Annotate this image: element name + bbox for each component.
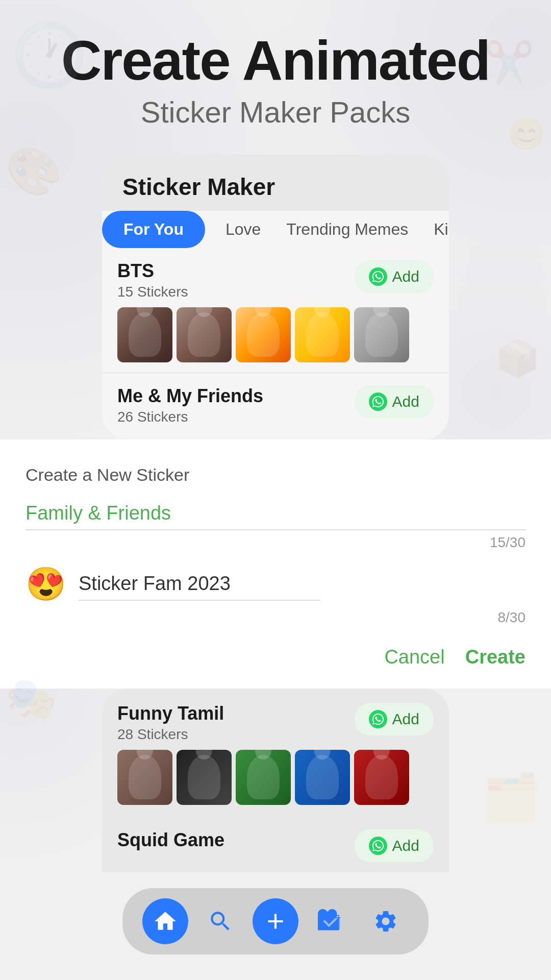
create-new-label: Create a New Sticker [26,465,525,485]
tab-love[interactable]: Love [215,211,271,248]
input-row-family: 15/30 [26,497,525,551]
nav-search-button[interactable] [197,898,243,944]
sticker-fam-input[interactable] [79,568,320,601]
whatsapp-icon-friends [369,393,387,411]
add-button-bts[interactable]: Add [355,260,434,293]
whatsapp-icon-squid [369,837,387,855]
whatsapp-icon-bts [369,267,387,286]
sticker-pack-squid-game: Squid Game Add [102,815,449,872]
sticker-pack-bts: BTS 15 Stickers Add [102,248,449,373]
thumb-bts-5[interactable] [354,307,409,362]
add-button-friends[interactable]: Add [355,385,434,418]
settings-icon [373,909,398,934]
nav-settings-button[interactable] [363,898,409,944]
add-label-squid: Add [392,837,419,854]
sticker-pack-funny-tamil: Funny Tamil 28 Stickers Add [102,689,449,815]
hero-subtitle: Sticker Maker Packs [61,95,490,129]
hero-section: Create Animated Sticker Maker Packs [41,31,510,155]
home-icon [153,909,178,934]
family-friends-counter: 15/30 [26,534,525,551]
thumb-bts-3[interactable] [236,307,291,362]
sticker-pack-me-friends: Me & My Friends 26 Stickers Add [102,373,449,439]
tab-for-you[interactable]: For You [102,211,205,248]
tab-bar: For You Love Trending Memes Kids [102,211,449,248]
pack-name-squid: Squid Game [117,829,224,851]
pack-name-friends: Me & My Friends [117,385,263,407]
nav-packs-button[interactable] [308,898,354,944]
tab-kids[interactable]: Kids [423,211,449,248]
hero-title: Create Animated [61,31,490,90]
thumb-tamil-2[interactable] [177,750,232,805]
thumb-tamil-5[interactable] [354,750,409,805]
nav-add-button[interactable] [253,898,298,944]
pack-emoji-fam: 😍 [26,565,66,603]
packs-icon [318,909,343,934]
pack-count-friends: 26 Stickers [117,409,263,425]
thumb-tamil-1[interactable] [117,750,172,805]
bottom-navigation [122,888,429,954]
thumb-bts-2[interactable] [177,307,232,362]
create-button[interactable]: Create [465,646,525,668]
cancel-button[interactable]: Cancel [384,646,444,668]
whatsapp-icon-funny-tamil [369,710,387,728]
thumb-bts-1[interactable] [117,307,172,362]
pack-count-bts: 15 Stickers [117,284,188,300]
pack-name-bts: BTS [117,260,188,282]
add-button-funny-tamil[interactable]: Add [355,703,434,736]
sticker-fam-counter: 8/30 [26,609,525,626]
thumb-bts-4[interactable] [295,307,350,362]
phone-frame: Sticker Maker For You Love Trending Meme… [102,155,449,439]
action-buttons: Cancel Create [26,646,525,673]
pack-name-funny-tamil: Funny Tamil [117,703,224,724]
create-new-section: Create a New Sticker 15/30 😍 8/30 Cancel… [0,439,551,689]
search-icon [208,909,233,934]
app-header: Sticker Maker [102,155,449,211]
thumb-tamil-3[interactable] [236,750,291,805]
app-title: Sticker Maker [122,173,429,201]
pack-list-item-fam: 😍 [26,555,525,607]
tab-trending-memes[interactable]: Trending Memes [276,211,418,248]
pack-count-funny-tamil: 28 Stickers [117,726,224,743]
nav-home-button[interactable] [142,898,188,944]
thumb-tamil-4[interactable] [295,750,350,805]
add-label-friends: Add [392,393,419,410]
add-label-funny-tamil: Add [392,710,419,728]
family-friends-input[interactable] [26,497,525,530]
funny-tamil-frame: Funny Tamil 28 Stickers Add [102,689,449,872]
funny-tamil-thumbnails [117,750,434,805]
plus-icon [263,909,288,934]
add-label-bts: Add [392,268,419,285]
bts-thumbnails [117,307,434,362]
add-button-squid[interactable]: Add [355,829,434,862]
